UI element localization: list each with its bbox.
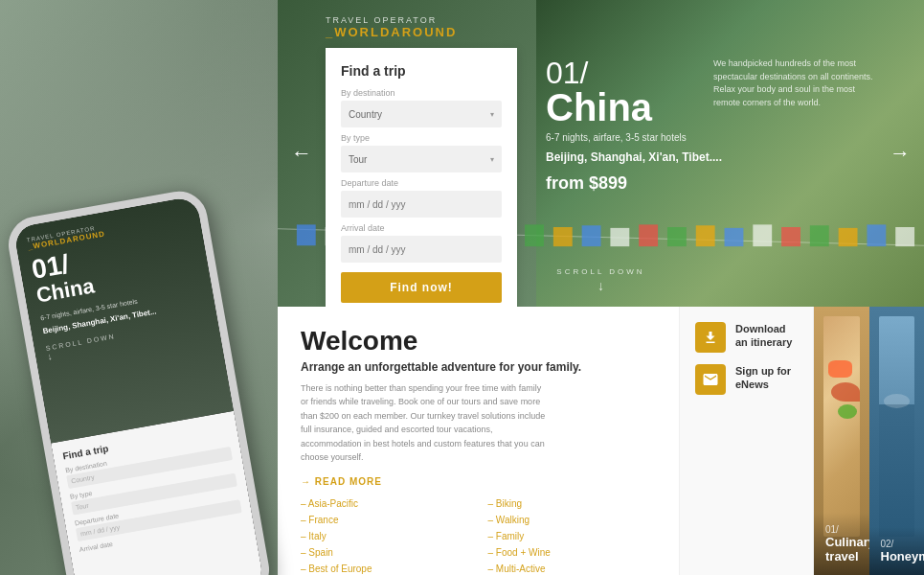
departure-input[interactable] [341,191,502,218]
type-select-wrapper: Tour ▾ [341,146,502,172]
signup-enews-action[interactable]: Sign up for eNews [695,364,798,395]
hero-brand-area: TRAVEL OPERATOR _WORLDAROUND [326,15,457,39]
svg-rect-15 [696,225,715,246]
phone-country-placeholder: Country [71,473,95,484]
phone-inner: TRAVEL OPERATOR _WORLDAROUND 01/ China 6… [13,196,265,575]
hero-area: TRAVEL OPERATOR _WORLDAROUND ← → Find a … [278,0,924,307]
download-svg-icon [702,329,719,346]
find-now-button[interactable]: Find now! [341,272,502,303]
food-decor-2 [838,404,857,419]
dest-spain[interactable]: – Spain [301,547,469,558]
welcome-section: Welcome Arrange an unforgettable adventu… [278,307,680,575]
download-icon [695,322,726,353]
welcome-title: Welcome [301,326,656,356]
honeymoons-image [879,316,915,537]
scroll-down-label: SCROLL DOWN [556,267,644,276]
culinary-card-number: 01/ [825,524,858,535]
type-select[interactable]: Tour [341,146,502,172]
content-section: TRAVEL OPERATOR _WORLDAROUND ← → Find a … [278,0,924,575]
svg-rect-14 [667,227,687,246]
hero-description: We handpicked hundreds of the most spect… [713,58,876,109]
phone-section: TRAVEL OPERATOR _WORLDAROUND 01/ China 6… [0,0,278,575]
hero-cities: Beijing, Shanghai, Xi'an, Tibet.... [546,150,722,164]
svg-rect-13 [639,224,658,246]
hero-travel-label: TRAVEL OPERATOR [326,15,457,25]
honeymoons-card-overlay: 02/ Honeymoons [869,527,925,575]
cards-section: 01/ Culinary travel 02/ Honeymoons [814,307,924,575]
hero-price: from $899 [546,173,722,194]
food-decor-1 [831,382,860,402]
action-section: Download an itinerary Sign up for eNews [680,307,814,575]
svg-rect-22 [895,227,914,246]
culinary-image [823,316,860,537]
dest-food-wine[interactable]: – Food + Wine [488,547,657,558]
water-reflection [884,394,911,408]
dest-best-of-europe[interactable]: – Best of Europe [301,564,469,574]
phone-tour-placeholder: Tour [76,502,90,511]
hero-content-right: 01/ China 6-7 nights, airfare, 3-5 star … [546,58,722,194]
email-svg-icon [702,371,719,388]
read-more-link[interactable]: → READ MORE [301,476,382,487]
svg-rect-12 [610,228,629,246]
dest-italy[interactable]: – Italy [301,531,469,541]
culinary-card[interactable]: 01/ Culinary travel [814,307,869,575]
honeymoons-card-number: 02/ [881,539,913,549]
download-itinerary-action[interactable]: Download an itinerary [695,322,798,353]
departure-label: Departure date [341,178,502,188]
destination-select[interactable]: Country [341,101,502,127]
svg-rect-17 [753,224,772,246]
hero-desc-text: We handpicked hundreds of the most spect… [713,58,876,109]
destinations-grid: – Asia-Pacific – France – Italy – Spain … [301,498,656,575]
left-arrow-icon: ← [291,141,312,166]
svg-rect-19 [810,225,829,246]
svg-rect-9 [525,224,544,246]
dest-france[interactable]: – France [301,515,469,525]
welcome-text: There is nothing better than spending yo… [301,381,550,464]
hero-trip-info: 6-7 nights, airfare, 3-5 star hotels [546,132,722,143]
main-container: TRAVEL OPERATOR _WORLDAROUND 01/ China 6… [0,0,924,575]
dest-family[interactable]: – Family [488,531,657,541]
phone-mockup: TRAVEL OPERATOR _WORLDAROUND 01/ China 6… [4,187,273,575]
download-title: Download an itinerary [735,322,798,350]
water-part [879,404,915,537]
svg-rect-10 [553,227,573,246]
arrival-input[interactable] [341,236,502,263]
svg-rect-21 [867,224,886,246]
destinations-column-1: – Asia-Pacific – France – Italy – Spain … [301,498,469,575]
destination-select-wrapper: Country ▾ [341,101,502,127]
signup-title: Sign up for eNews [735,364,798,392]
hero-nav-left-button[interactable]: ← [287,139,316,168]
svg-rect-16 [725,228,744,246]
culinary-card-overlay: 01/ Culinary travel [814,513,869,575]
hero-brand: _WORLDAROUND [326,25,457,39]
food-decor-3 [828,360,852,378]
svg-rect-1 [297,224,316,245]
dest-asia-pacific[interactable]: – Asia-Pacific [301,498,469,509]
phone-screen-top: TRAVEL OPERATOR _WORLDAROUND 01/ China 6… [13,196,235,443]
svg-rect-20 [839,228,858,246]
email-icon [695,364,726,395]
bottom-content: Welcome Arrange an unforgettable adventu… [278,307,924,575]
scroll-down-arrow-icon: ↓ [556,278,644,293]
svg-rect-18 [781,227,800,246]
dest-multi-active[interactable]: – Multi-Active [488,564,657,574]
dest-biking[interactable]: – Biking [488,498,657,509]
scroll-down[interactable]: SCROLL DOWN ↓ [556,267,644,293]
honeymoons-card[interactable]: 02/ Honeymoons [869,307,925,575]
right-arrow-icon: → [890,141,911,166]
dest-walking[interactable]: – Walking [488,515,657,525]
svg-rect-11 [582,225,601,246]
hero-nav-right-button[interactable]: → [886,139,914,168]
trip-finder-title: Find a trip [341,63,502,79]
trip-finder-form: Find a trip By destination Country ▾ By … [326,48,517,307]
hero-slide-number: 01/ [546,58,588,88]
welcome-subtitle: Arrange an unforgettable adventure for y… [301,360,656,374]
arrival-label: Arrival date [341,223,502,233]
download-text: Download an itinerary [735,322,798,350]
hero-destination: China [546,88,722,126]
phone-departure-placeholder: mm / dd / yyy [79,524,120,538]
honeymoons-card-title: Honeymoons [881,549,913,564]
type-label: By type [341,133,502,143]
destinations-column-2: – Biking – Walking – Family – Food + Win… [488,498,657,575]
culinary-card-title: Culinary travel [825,535,858,564]
